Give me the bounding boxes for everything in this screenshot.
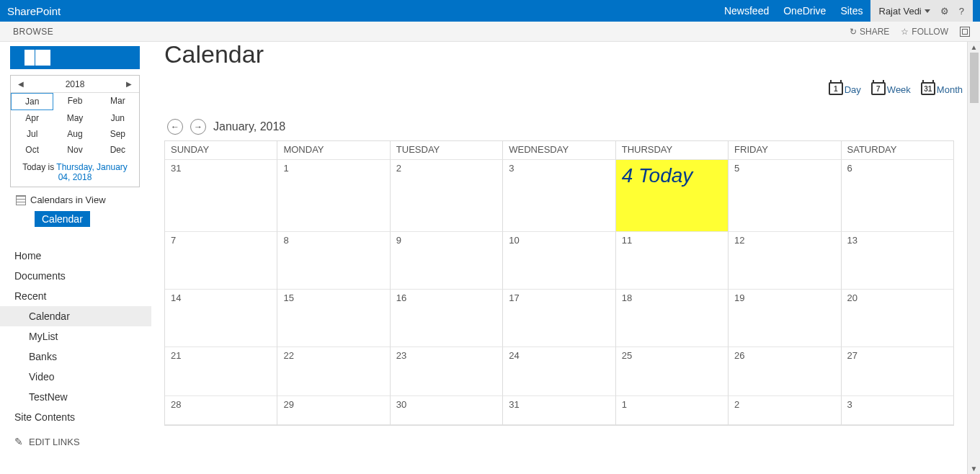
dp-month-oct[interactable]: Oct — [11, 142, 53, 158]
dp-month-may[interactable]: May — [53, 110, 96, 126]
day-number: 10 — [509, 235, 519, 246]
calendar-cell[interactable]: 25 — [616, 347, 729, 396]
calendar-cell[interactable]: 15 — [277, 290, 390, 347]
nav-onedrive[interactable]: OneDrive — [783, 5, 826, 17]
nav-sites[interactable]: Sites — [840, 5, 863, 17]
ql-recent-mylist[interactable]: MyList — [0, 326, 151, 346]
calendar-cell[interactable]: 20 — [842, 290, 954, 347]
follow-button[interactable]: ☆ FOLLOW — [901, 27, 948, 37]
calendar-cell-today[interactable]: 4 Today — [616, 160, 729, 232]
dp-month-nov[interactable]: Nov — [53, 142, 96, 158]
day-number: 27 — [847, 350, 858, 361]
focus-mode-button[interactable] — [960, 27, 970, 37]
brand-label: SharePoint — [7, 5, 61, 17]
calendar-cell[interactable]: 16 — [391, 290, 503, 347]
calendar-cell[interactable]: 28 — [165, 396, 277, 425]
scroll-down-icon[interactable]: ▼ — [971, 463, 978, 474]
dp-month-feb[interactable]: Feb — [53, 93, 96, 110]
dp-month-jan[interactable]: Jan — [11, 93, 53, 110]
calendar-cell[interactable]: 9 — [391, 232, 503, 290]
help-icon[interactable]: ? — [959, 6, 964, 17]
view-week[interactable]: 7 Week — [871, 82, 911, 95]
dp-month-jul[interactable]: Jul — [11, 126, 53, 142]
calendar-cell[interactable]: 29 — [277, 396, 390, 425]
dp-month-mar[interactable]: Mar — [97, 93, 139, 110]
calendar-grid: SUNDAYMONDAYTUESDAYWEDNESDAYTHURSDAYFRID… — [164, 140, 954, 426]
calendar-cell[interactable]: 19 — [729, 290, 841, 347]
day-header: WEDNESDAY — [503, 141, 615, 160]
calendar-cell[interactable]: 22 — [277, 347, 390, 396]
calendar-cell[interactable]: 5 — [729, 160, 841, 232]
dp-month-sep[interactable]: Sep — [97, 126, 139, 142]
calendar-list-icon — [16, 195, 26, 205]
ql-recent-calendar[interactable]: Calendar — [0, 306, 151, 326]
user-menu[interactable]: Rajat Vedi ⚙ ? — [870, 0, 974, 22]
view-month[interactable]: 31 Month — [921, 82, 963, 95]
day-number: 2 — [734, 399, 739, 410]
day-number: 20 — [847, 292, 858, 303]
dp-month-aug[interactable]: Aug — [53, 126, 96, 142]
next-month-button[interactable]: → — [190, 119, 206, 135]
calendar-cell[interactable]: 21 — [165, 347, 277, 396]
calendar-chip[interactable]: Calendar — [35, 211, 90, 227]
ql-recent-video[interactable]: Video — [0, 367, 151, 387]
dp-today-link[interactable]: Thursday, January 04, 2018 — [56, 162, 128, 182]
dp-month-jun[interactable]: Jun — [97, 110, 139, 126]
dp-next-year[interactable]: ▶ — [126, 80, 132, 88]
calendar-cell[interactable]: 26 — [729, 347, 841, 396]
calendar-cell[interactable]: 14 — [165, 290, 277, 347]
calendar-cell[interactable]: 3 — [842, 396, 954, 425]
calendar-cell[interactable]: 13 — [842, 232, 954, 290]
calendar-cell[interactable]: 7 — [165, 232, 277, 290]
edit-links-button[interactable]: ✎ EDIT LINKS — [0, 427, 151, 447]
week-icon: 7 — [871, 82, 886, 95]
site-logo[interactable] — [10, 46, 140, 69]
calendars-in-view-toggle[interactable]: Calendars in View — [16, 194, 151, 205]
dp-month-apr[interactable]: Apr — [11, 110, 53, 126]
dp-year-label[interactable]: 2018 — [66, 79, 85, 89]
calendar-cell[interactable]: 8 — [277, 232, 390, 290]
calendar-cell[interactable]: 1 — [616, 396, 729, 425]
calendar-cell[interactable]: 3 — [503, 160, 615, 232]
prev-month-button[interactable]: ← — [167, 119, 183, 135]
view-day[interactable]: 1 Day — [829, 82, 861, 95]
ql-documents[interactable]: Documents — [0, 266, 151, 286]
day-number: 5 — [734, 163, 739, 174]
mini-datepicker: ◀ 2018 ▶ JanFebMarAprMayJunJulAugSepOctN… — [10, 75, 140, 187]
ql-home[interactable]: Home — [0, 246, 151, 266]
calendar-cell[interactable]: 27 — [842, 347, 954, 396]
calendar-cell[interactable]: 17 — [503, 290, 615, 347]
tab-browse[interactable]: BROWSE — [13, 27, 53, 37]
nav-newsfeed[interactable]: Newsfeed — [724, 5, 769, 17]
calendar-cell[interactable]: 6 — [842, 160, 954, 232]
sidebar: ◀ 2018 ▶ JanFebMarAprMayJunJulAugSepOctN… — [0, 42, 151, 474]
day-number: 3 — [847, 399, 852, 410]
calendar-cell[interactable]: 1 — [277, 160, 390, 232]
calendar-cell[interactable]: 18 — [616, 290, 729, 347]
vertical-scrollbar[interactable]: ▲ ▼ — [967, 42, 980, 474]
calendar-cell[interactable]: 31 — [165, 160, 277, 232]
ql-recent-banks[interactable]: Banks — [0, 346, 151, 367]
dp-prev-year[interactable]: ◀ — [18, 80, 24, 88]
ql-recent[interactable]: Recent — [0, 286, 151, 306]
calendar-cell[interactable]: 23 — [391, 347, 503, 396]
calendar-cell[interactable]: 11 — [616, 232, 729, 290]
calendar-cell[interactable]: 30 — [391, 396, 503, 425]
ql-recent-testnew[interactable]: TestNew — [0, 387, 151, 407]
month-nav: ← → January, 2018 — [167, 119, 954, 135]
calendar-cell[interactable]: 2 — [729, 396, 841, 425]
day-number: 2 — [396, 163, 401, 174]
gear-icon[interactable]: ⚙ — [940, 6, 949, 17]
calendar-cell[interactable]: 12 — [729, 232, 841, 290]
scroll-up-icon[interactable]: ▲ — [971, 42, 978, 53]
share-button[interactable]: ↻ SHARE — [850, 27, 889, 37]
scroll-thumb[interactable] — [970, 53, 979, 103]
main-content: Calendar 1 Day 7 Week 31 Month ← → Janua… — [151, 42, 967, 474]
calendar-cell[interactable]: 24 — [503, 347, 615, 396]
day-header: FRIDAY — [729, 141, 841, 160]
dp-month-dec[interactable]: Dec — [97, 142, 139, 158]
calendar-cell[interactable]: 10 — [503, 232, 615, 290]
ql-site-contents[interactable]: Site Contents — [0, 407, 151, 427]
calendar-cell[interactable]: 2 — [391, 160, 503, 232]
calendar-cell[interactable]: 31 — [503, 396, 615, 425]
